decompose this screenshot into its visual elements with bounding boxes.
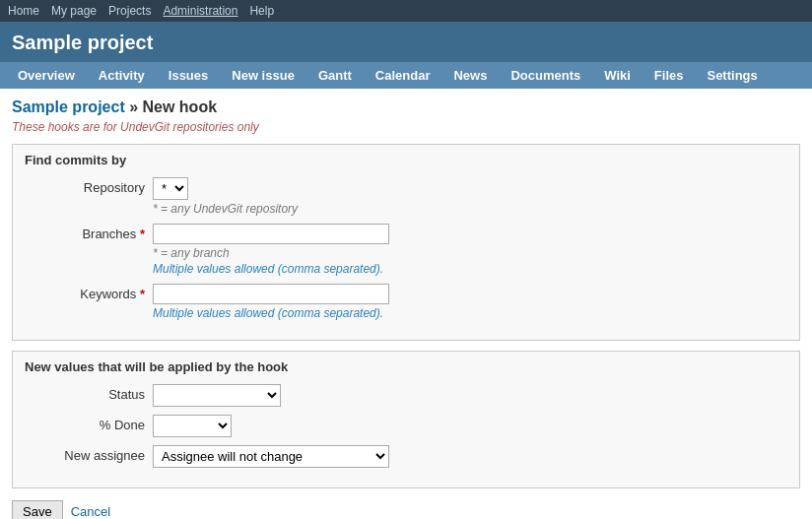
- branches-row: Branches * * = any branch Multiple value…: [25, 224, 787, 276]
- nav-projects[interactable]: Projects: [108, 4, 151, 18]
- save-button[interactable]: Save: [12, 500, 63, 519]
- tab-wiki[interactable]: Wiki: [592, 62, 643, 89]
- find-commits-title: Find commits by: [25, 153, 787, 167]
- tab-gantt[interactable]: Gantt: [306, 62, 364, 89]
- breadcrumb-separator: »: [125, 98, 143, 115]
- tab-news[interactable]: News: [441, 62, 499, 89]
- status-select[interactable]: [153, 384, 281, 407]
- repository-select[interactable]: *: [153, 177, 188, 200]
- branches-label: Branches *: [25, 224, 153, 241]
- status-row: Status: [25, 384, 787, 407]
- breadcrumb: Sample project » New hook: [12, 98, 800, 116]
- keywords-field-col: Multiple values allowed (comma separated…: [153, 284, 787, 320]
- new-assignee-row: New assignee Assignee will not change: [25, 445, 787, 468]
- repository-label: Repository: [25, 177, 153, 195]
- repository-field-col: * * = any UndevGit repository: [153, 177, 787, 216]
- tab-files[interactable]: Files: [643, 62, 696, 89]
- tab-calendar[interactable]: Calendar: [364, 62, 442, 89]
- cancel-button[interactable]: Cancel: [71, 504, 110, 519]
- nav-administration[interactable]: Administration: [163, 4, 237, 18]
- main-content: Sample project » New hook These hooks ar…: [0, 89, 812, 519]
- tab-overview[interactable]: Overview: [6, 62, 87, 89]
- repository-hint: * = any UndevGit repository: [153, 202, 787, 216]
- keywords-label: Keywords *: [25, 284, 153, 301]
- tab-new-issue[interactable]: New issue: [220, 62, 306, 89]
- branches-field-col: * = any branch Multiple values allowed (…: [153, 224, 787, 276]
- find-commits-section: Find commits by Repository * * = any Und…: [12, 144, 800, 341]
- branches-hint2: Multiple values allowed (comma separated…: [153, 262, 787, 276]
- project-title: Sample project: [12, 32, 800, 54]
- branches-required-star: *: [140, 227, 145, 241]
- new-values-section: New values that will be applied by the h…: [12, 351, 800, 488]
- tab-navigation: Overview Activity Issues New issue Gantt…: [0, 62, 812, 89]
- pct-done-row: % Done: [25, 415, 787, 437]
- status-label: Status: [25, 384, 153, 402]
- breadcrumb-project-link[interactable]: Sample project: [12, 98, 125, 115]
- tab-activity[interactable]: Activity: [87, 62, 157, 89]
- keywords-hint: Multiple values allowed (comma separated…: [153, 306, 787, 320]
- pct-done-label: % Done: [25, 415, 153, 432]
- branches-hint1: * = any branch: [153, 246, 787, 260]
- repository-row: Repository * * = any UndevGit repository: [25, 177, 787, 216]
- branches-input[interactable]: [153, 224, 389, 244]
- breadcrumb-current: New hook: [143, 98, 218, 115]
- new-assignee-label: New assignee: [25, 445, 153, 463]
- form-actions: Save Cancel: [12, 500, 800, 519]
- new-assignee-select[interactable]: Assignee will not change: [153, 445, 389, 468]
- project-title-bar: Sample project: [0, 22, 812, 62]
- status-field-col: [153, 384, 787, 407]
- nav-help[interactable]: Help: [249, 4, 274, 18]
- pct-done-field-col: [153, 415, 787, 437]
- new-values-title: New values that will be applied by the h…: [25, 359, 787, 374]
- tab-settings[interactable]: Settings: [695, 62, 769, 89]
- keywords-row: Keywords * Multiple values allowed (comm…: [25, 284, 787, 320]
- tab-documents[interactable]: Documents: [499, 62, 592, 89]
- tab-issues[interactable]: Issues: [157, 62, 220, 89]
- nav-home[interactable]: Home: [8, 4, 39, 18]
- keywords-input[interactable]: [153, 284, 389, 304]
- top-navigation: Home My page Projects Administration Hel…: [0, 0, 812, 22]
- new-assignee-field-col: Assignee will not change: [153, 445, 787, 468]
- subtitle-note: These hooks are for UndevGit repositorie…: [12, 120, 800, 134]
- keywords-required-star: *: [140, 287, 145, 301]
- nav-mypage[interactable]: My page: [51, 4, 97, 18]
- pct-done-select[interactable]: [153, 415, 232, 437]
